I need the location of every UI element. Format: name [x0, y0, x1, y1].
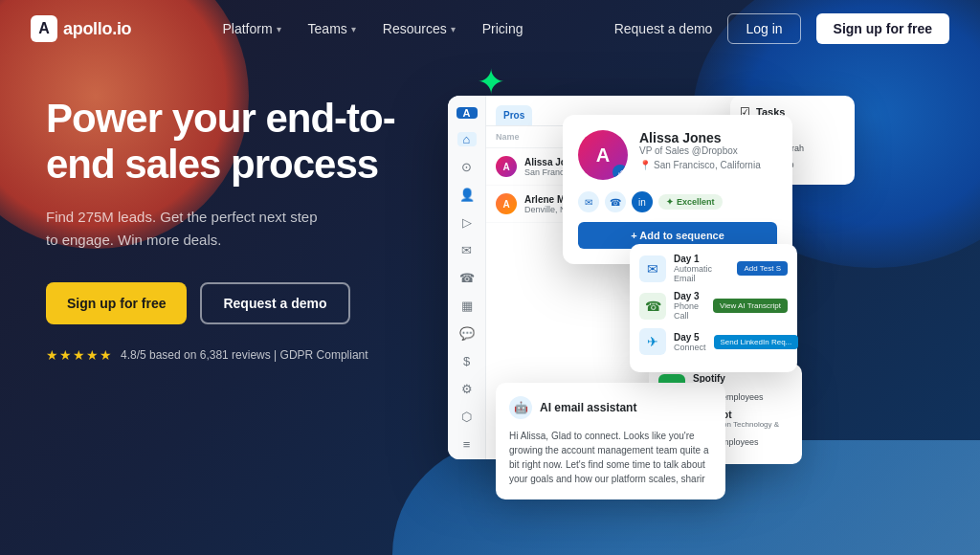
email-seq-icon: ✉ — [639, 255, 666, 282]
profile-verified-badge: ✓ — [612, 165, 628, 180]
email-title: AI email assistant — [540, 401, 636, 414]
hero-cta-secondary[interactable]: Request a demo — [200, 282, 349, 324]
hero-section: Power your end-to-end sales process Find… — [0, 57, 980, 526]
ai-email-card: 🤖 AI email assistant Hi Alissa, Glad to … — [496, 383, 725, 500]
linkedin-btn[interactable]: in — [632, 191, 653, 212]
seq-action-btn[interactable]: View AI Transcript — [713, 299, 788, 313]
sequence-item-connect: ✈ Day 5 Connect Send LinkedIn Req... — [639, 328, 788, 355]
sidebar-phone-icon[interactable]: ☎ — [457, 271, 477, 285]
mockup-sidebar: A ⌂ ⊙ 👤 ▷ ✉ ☎ ▦ 💬 $ ⚙ ⬡ ≡ — [448, 96, 486, 459]
chevron-down-icon: ▾ — [451, 24, 456, 34]
logo-text: apollo.io — [63, 19, 131, 39]
nav-teams[interactable]: Teams ▾ — [308, 21, 356, 36]
star-icon: ✦ — [666, 197, 674, 207]
sequence-item-email: ✉ Day 1 Automatic Email Add Test S — [639, 254, 788, 283]
hero-cta-primary[interactable]: Sign up for free — [46, 282, 187, 324]
profile-info: Alissa Jones VP of Sales @Dropbox 📍 San … — [639, 130, 777, 180]
sidebar-grid-icon[interactable]: ▦ — [457, 299, 477, 313]
tab-prospects[interactable]: Pros — [496, 105, 532, 125]
sidebar-tag-icon[interactable]: ⬡ — [457, 410, 477, 424]
sidebar-logo: A — [457, 107, 478, 119]
hero-left: Power your end-to-end sales process Find… — [46, 86, 410, 363]
sparkle-icon: ✦ — [477, 65, 505, 100]
profile-social: ✉ ☎ in ✦ Excellent — [578, 191, 777, 212]
profile-title: VP of Sales @Dropbox — [639, 145, 777, 156]
sidebar-chat-icon[interactable]: 💬 — [457, 326, 477, 341]
logo[interactable]: A apollo.io — [31, 15, 131, 42]
phone-seq-icon: ☎ — [639, 293, 666, 320]
sidebar-layers-icon[interactable]: ≡ — [457, 437, 477, 452]
rating-text: 4.8/5 based on 6,381 reviews | GDPR Comp… — [121, 348, 368, 362]
sidebar-dollar-icon[interactable]: $ — [457, 354, 477, 368]
sidebar-settings-icon[interactable]: ⚙ — [457, 382, 477, 396]
email-header: 🤖 AI email assistant — [509, 396, 712, 419]
sequence-card: ✉ Day 1 Automatic Email Add Test S ☎ Day… — [630, 244, 797, 372]
sequence-item-phone: ☎ Day 3 Phone Call View AI Transcript — [639, 291, 788, 321]
phone-social-btn[interactable]: ☎ — [605, 191, 626, 212]
hero-subtitle: Find 275M leads. Get the perfect next st… — [46, 206, 333, 252]
profile-header: A ✓ Alissa Jones VP of Sales @Dropbox 📍 … — [578, 130, 777, 180]
hero-rating: ★★★★★ 4.8/5 based on 6,381 reviews | GDP… — [46, 347, 410, 363]
hero-buttons: Sign up for free Request a demo — [46, 282, 410, 324]
signup-button[interactable]: Sign up for free — [816, 13, 949, 44]
sidebar-arrow-icon[interactable]: ▷ — [457, 215, 477, 230]
ai-icon: 🤖 — [509, 396, 532, 419]
excellent-badge: ✦ Excellent — [658, 194, 723, 210]
login-button[interactable]: Log in — [727, 13, 800, 44]
profile-card: A ✓ Alissa Jones VP of Sales @Dropbox 📍 … — [563, 115, 792, 264]
nav-resources[interactable]: Resources ▾ — [383, 21, 456, 36]
logo-icon: A — [31, 15, 57, 42]
seq-action-btn[interactable]: Send LinkedIn Req... — [714, 335, 799, 349]
chevron-down-icon: ▾ — [351, 24, 356, 34]
seq-action-btn[interactable]: Add Test S — [737, 261, 788, 276]
location-pin-icon: 📍 — [639, 160, 651, 170]
nav-pricing[interactable]: Pricing — [482, 21, 523, 36]
nav-actions: Request a demo Log in Sign up for free — [614, 13, 949, 44]
email-social-btn[interactable]: ✉ — [578, 191, 599, 212]
profile-location: 📍 San Francisco, California — [639, 160, 777, 170]
seq-info: Day 5 Connect — [674, 332, 706, 352]
sidebar-home-icon[interactable]: ⌂ — [457, 132, 477, 146]
sidebar-users-icon[interactable]: 👤 — [457, 188, 477, 202]
connect-seq-icon: ✈ — [639, 328, 666, 355]
navbar: A apollo.io Platform ▾ Teams ▾ Resources… — [0, 0, 980, 57]
rating-stars: ★★★★★ — [46, 347, 113, 363]
seq-info: Day 3 Phone Call — [674, 291, 705, 321]
profile-name: Alissa Jones — [639, 130, 777, 145]
chevron-down-icon: ▾ — [277, 24, 281, 34]
nav-links: Platform ▾ Teams ▾ Resources ▾ Pricing — [222, 21, 523, 36]
sidebar-search-icon[interactable]: ⊙ — [457, 160, 477, 174]
nav-platform[interactable]: Platform ▾ — [222, 21, 280, 36]
request-demo-button[interactable]: Request a demo — [614, 21, 713, 36]
email-body: Hi Alissa, Glad to connect. Looks like y… — [509, 429, 712, 486]
hero-title: Power your end-to-end sales process — [46, 96, 410, 189]
hero-right: A ⌂ ⊙ 👤 ▷ ✉ ☎ ▦ 💬 $ ⚙ ⬡ ≡ Pros Name — [448, 86, 934, 526]
profile-avatar: A ✓ — [578, 130, 628, 180]
seq-info: Day 1 Automatic Email — [674, 254, 729, 283]
sidebar-mail-icon[interactable]: ✉ — [457, 243, 477, 257]
